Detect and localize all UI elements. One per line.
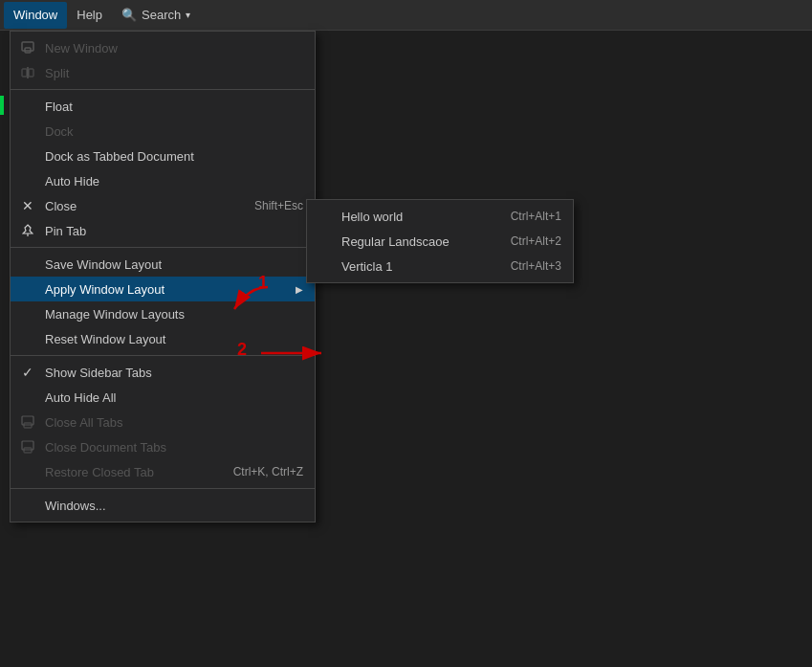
restore-tab-shortcut: Ctrl+K, Ctrl+Z: [214, 465, 303, 478]
submenu-arrow-icon: ▶: [296, 284, 303, 295]
menu-item-close-doc-tabs-label: Close Document Tabs: [45, 440, 166, 455]
menu-item-close[interactable]: ✕ Close Shift+Esc: [11, 193, 315, 218]
menu-item-manage-layouts-label: Manage Window Layouts: [45, 307, 185, 322]
pin-icon: [18, 224, 37, 237]
new-window-icon: [18, 41, 37, 55]
search-dropdown-icon: ▾: [186, 10, 190, 20]
menu-item-close-label: Close: [45, 199, 77, 213]
separator-1: [11, 89, 315, 90]
menu-item-restore-tab-label: Restore Closed Tab: [45, 465, 154, 479]
menubar-item-window[interactable]: Window: [4, 2, 67, 29]
sidebar-indicator: [0, 96, 4, 115]
regular-landscape-shortcut: Ctrl+Alt+2: [492, 234, 561, 248]
submenu-item-vertical-1[interactable]: Verticla 1 Ctrl+Alt+3: [307, 254, 573, 278]
hello-world-shortcut: Ctrl+Alt+1: [492, 210, 561, 223]
split-icon: [18, 66, 37, 79]
menu-item-auto-hide[interactable]: Auto Hide: [11, 168, 315, 193]
checkmark-icon: ✓: [18, 365, 37, 380]
window-dropdown: New Window Split Float Dock Dock as Tabb…: [10, 31, 316, 522]
search-label: Search: [142, 8, 181, 22]
window-menu: New Window Split Float Dock Dock as Tabb…: [10, 31, 316, 522]
menu-item-auto-hide-all-label: Auto Hide All: [45, 390, 116, 405]
search-icon: 🔍: [121, 8, 137, 22]
menu-item-show-sidebar[interactable]: ✓ Show Sidebar Tabs: [11, 360, 315, 385]
close-shortcut: Shift+Esc: [235, 199, 303, 212]
menu-item-windows-label: Windows...: [45, 499, 106, 513]
svg-rect-4: [29, 69, 33, 77]
menubar-item-help[interactable]: Help: [67, 2, 112, 29]
submenu-item-regular-landscape-label: Regular Landscaoe: [341, 234, 450, 249]
svg-rect-0: [22, 42, 33, 51]
separator-3: [11, 355, 315, 356]
svg-rect-3: [22, 69, 27, 77]
submenu-item-vertical-1-label: Verticla 1: [341, 259, 392, 274]
menu-item-show-sidebar-label: Show Sidebar Tabs: [45, 366, 152, 380]
menu-item-save-layout[interactable]: Save Window Layout: [11, 252, 315, 277]
menu-item-auto-hide-all[interactable]: Auto Hide All: [11, 385, 315, 410]
menu-item-reset-layout[interactable]: Reset Window Layout: [11, 326, 315, 351]
menu-item-apply-layout[interactable]: Apply Window Layout ▶: [11, 277, 315, 301]
menu-item-close-doc-tabs[interactable]: Close Document Tabs: [11, 434, 315, 459]
menu-item-dock-tabbed[interactable]: Dock as Tabbed Document: [11, 144, 315, 168]
separator-4: [11, 488, 315, 489]
menu-item-new-window-label: New Window: [45, 41, 118, 56]
menu-item-dock-label: Dock: [45, 124, 74, 139]
menu-item-pin-tab-label: Pin Tab: [45, 224, 86, 238]
menu-item-apply-layout-label: Apply Window Layout: [45, 282, 165, 297]
submenu-item-hello-world-label: Hello world: [341, 210, 403, 224]
menu-item-reset-layout-label: Reset Window Layout: [45, 332, 165, 346]
menu-item-float-label: Float: [45, 100, 73, 114]
menu-item-close-all-tabs-label: Close All Tabs: [45, 415, 122, 430]
close-icon: ✕: [18, 198, 37, 213]
menu-item-close-all-tabs[interactable]: Close All Tabs: [11, 410, 315, 434]
menu-item-dock[interactable]: Dock: [11, 119, 315, 144]
menu-item-new-window[interactable]: New Window: [11, 35, 315, 60]
menu-item-restore-tab[interactable]: Restore Closed Tab Ctrl+K, Ctrl+Z: [11, 459, 315, 484]
separator-2: [11, 247, 315, 248]
menu-item-pin-tab[interactable]: Pin Tab: [11, 218, 315, 243]
menu-item-windows[interactable]: Windows...: [11, 493, 315, 518]
menu-item-save-layout-label: Save Window Layout: [45, 257, 162, 272]
menubar: Window Help 🔍 Search ▾: [0, 0, 812, 31]
menu-item-manage-layouts[interactable]: Manage Window Layouts: [11, 301, 315, 326]
vertical-1-shortcut: Ctrl+Alt+3: [492, 259, 561, 273]
apply-layout-submenu-container: Hello world Ctrl+Alt+1 Regular Landscaoe…: [306, 199, 574, 283]
menu-item-split[interactable]: Split: [11, 60, 315, 85]
close-doc-icon: [18, 440, 37, 454]
search-button[interactable]: 🔍 Search ▾: [112, 4, 200, 26]
close-all-icon: [18, 415, 37, 429]
menu-item-dock-tabbed-label: Dock as Tabbed Document: [45, 149, 194, 164]
submenu-item-hello-world[interactable]: Hello world Ctrl+Alt+1: [307, 204, 573, 229]
menu-item-float[interactable]: Float: [11, 94, 315, 119]
menu-item-split-label: Split: [45, 66, 69, 80]
menu-item-auto-hide-label: Auto Hide: [45, 174, 99, 189]
apply-layout-submenu: Hello world Ctrl+Alt+1 Regular Landscaoe…: [306, 199, 574, 283]
submenu-item-regular-landscape[interactable]: Regular Landscaoe Ctrl+Alt+2: [307, 229, 573, 254]
